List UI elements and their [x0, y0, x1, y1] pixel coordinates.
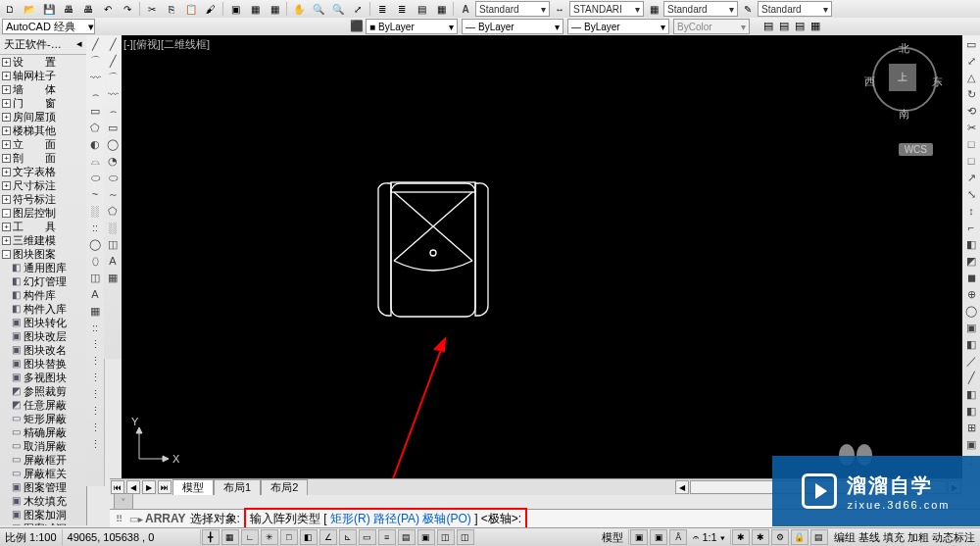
status-quickview2-icon[interactable]: ▣: [650, 529, 667, 545]
expand-icon[interactable]: +: [2, 126, 11, 135]
draw2-tool-9-icon[interactable]: ～: [105, 186, 121, 202]
collapse-icon[interactable]: -: [2, 250, 11, 259]
tab-nav-prev-icon[interactable]: ◀: [126, 480, 140, 494]
layer-icon[interactable]: ≣: [373, 0, 391, 18]
modify-tool-15-icon[interactable]: ⊕: [963, 286, 979, 302]
tree-item[interactable]: ▣多视图块: [0, 371, 86, 384]
cmd-opt-rect[interactable]: 矩形(R): [330, 512, 370, 525]
modify-tool-14-icon[interactable]: ◼: [963, 270, 979, 285]
tab-nav-first-icon[interactable]: ⏮: [111, 480, 124, 494]
draw1-tool-10-icon[interactable]: ░: [87, 203, 103, 219]
expand-icon[interactable]: +: [2, 85, 11, 94]
modify-tool-11-icon[interactable]: ⌐: [963, 220, 979, 235]
tree-item[interactable]: +文字表格: [0, 165, 86, 178]
match-icon[interactable]: 🖌: [202, 0, 220, 18]
tree-item[interactable]: +设 置: [0, 55, 86, 69]
modify-tool-8-icon[interactable]: ↗: [963, 170, 979, 185]
status-annoscale-value[interactable]: 𝄐 1:1 ▾: [688, 529, 730, 545]
paste-icon[interactable]: 📋: [182, 0, 200, 18]
modify-tool-0-icon[interactable]: ▭: [963, 36, 979, 52]
status-annovis-icon[interactable]: ✱: [732, 529, 750, 545]
status-snap-icon[interactable]: ╋: [202, 529, 220, 545]
tree-item[interactable]: ▣图案加洞: [0, 508, 86, 521]
modify-tool-3-icon[interactable]: ↻: [963, 86, 979, 102]
modify-tool-13-icon[interactable]: ◩: [963, 253, 979, 269]
status-ducs-icon[interactable]: ⊾: [339, 529, 357, 545]
draw1-tool-23-icon[interactable]: ⋮: [87, 420, 103, 435]
mleader-icon[interactable]: ✎: [739, 0, 757, 18]
expand-icon[interactable]: +: [2, 72, 11, 80]
expand-icon[interactable]: +: [2, 140, 11, 149]
saveas-icon[interactable]: 🖶: [60, 0, 77, 18]
tree-item[interactable]: +墙 体: [0, 82, 86, 96]
open-icon[interactable]: 📂: [21, 0, 38, 18]
draw2-tool-7-icon[interactable]: ◔: [105, 153, 121, 169]
tab-nav-last-icon[interactable]: ⏭: [158, 480, 172, 494]
workspace-combo[interactable]: AutoCAD 经典▾: [2, 19, 95, 34]
tablestyle-icon[interactable]: ▦: [645, 0, 662, 18]
draw2-tool-8-icon[interactable]: ⬭: [105, 170, 121, 185]
dimstyle-combo[interactable]: STANDARI▾: [569, 1, 644, 17]
draw2-tool-1-icon[interactable]: ╱: [105, 53, 121, 69]
tree-item[interactable]: ▭屏蔽框关: [0, 467, 86, 480]
wcs-badge[interactable]: WCS: [899, 143, 933, 156]
status-am-icon[interactable]: ◫: [457, 529, 474, 545]
draw2-tool-3-icon[interactable]: 〰: [105, 86, 121, 102]
expand-icon[interactable]: +: [2, 58, 11, 67]
modify-tool-12-icon[interactable]: ◧: [963, 236, 979, 252]
zoom-window-icon[interactable]: 🔍: [329, 0, 347, 18]
expand-icon[interactable]: +: [2, 113, 11, 122]
zoom-ext-icon[interactable]: ⤢: [349, 0, 367, 18]
tab-layout2[interactable]: 布局2: [261, 479, 308, 495]
linetype-combo[interactable]: — ByLayer▾: [462, 19, 564, 34]
modify-tool-6-icon[interactable]: □: [963, 136, 979, 152]
tree-item[interactable]: +门 窗: [0, 96, 86, 110]
draw2-tool-0-icon[interactable]: ╱: [105, 36, 121, 52]
tree-item[interactable]: +立 面: [0, 137, 86, 151]
tree-item[interactable]: ◩任意屏蔽: [0, 398, 86, 412]
draw1-tool-16-icon[interactable]: ▦: [87, 303, 103, 319]
cmd-input[interactable]: [531, 511, 574, 526]
cmd-opt-polar[interactable]: 极轴(PO): [422, 512, 470, 525]
tree-item[interactable]: ▭矩形屏蔽: [0, 412, 86, 425]
modify-tool-22-icon[interactable]: ◧: [963, 403, 979, 419]
refclip-icon[interactable]: ▤: [795, 20, 810, 33]
expand-icon[interactable]: +: [2, 168, 11, 176]
status-model[interactable]: 模型: [597, 529, 629, 545]
pan-icon[interactable]: ✋: [290, 0, 308, 18]
status-annoauto-icon[interactable]: ✱: [752, 529, 769, 545]
draw2-tool-5-icon[interactable]: ▭: [105, 120, 121, 135]
plotstyle-combo[interactable]: ByColor▾: [673, 19, 750, 34]
draw2-tool-2-icon[interactable]: ⌒: [105, 70, 121, 85]
zoom-icon[interactable]: 🔍: [310, 0, 327, 18]
status-grid-icon[interactable]: ▦: [221, 529, 239, 545]
draw1-tool-19-icon[interactable]: ⋮: [87, 353, 103, 369]
refother-icon[interactable]: ▦: [810, 20, 826, 33]
undo-icon[interactable]: ↶: [99, 0, 117, 18]
tree-item[interactable]: ▭屏蔽框开: [0, 453, 86, 467]
ungroup-icon[interactable]: ▦: [266, 0, 283, 18]
draw1-tool-14-icon[interactable]: ◫: [87, 270, 103, 285]
draw1-tool-4-icon[interactable]: ▭: [87, 103, 103, 119]
hscroll-left-icon[interactable]: ◀: [675, 480, 689, 494]
color-swatch-icon[interactable]: ⬛: [350, 20, 366, 33]
tree-item[interactable]: ▣图案管理: [0, 480, 86, 494]
modify-tool-21-icon[interactable]: ◧: [963, 386, 979, 402]
viewcube-face[interactable]: 上: [889, 64, 916, 91]
status-dyn-icon[interactable]: ▭: [359, 529, 376, 545]
tree-item[interactable]: ◧构件入库: [0, 302, 86, 316]
draw1-tool-7-icon[interactable]: ⌓: [87, 153, 103, 169]
dimstyle-icon[interactable]: ↔: [551, 0, 568, 18]
modify-tool-23-icon[interactable]: ⊞: [963, 420, 979, 435]
group-icon[interactable]: ▦: [246, 0, 264, 18]
modify-tool-24-icon[interactable]: ▣: [963, 436, 979, 452]
calc-icon[interactable]: ▦: [432, 0, 450, 18]
draw2-tool-10-icon[interactable]: ⬠: [105, 203, 121, 219]
status-scale[interactable]: 比例 1:100: [0, 529, 63, 545]
tab-layout1[interactable]: 布局1: [214, 479, 261, 495]
layer2-icon[interactable]: ≣: [393, 0, 411, 18]
status-annoscale-icon[interactable]: Å: [669, 529, 687, 545]
draw1-tool-22-icon[interactable]: ⋮: [87, 403, 103, 419]
status-otrack-icon[interactable]: ∠: [319, 529, 337, 545]
text-style-icon[interactable]: A: [457, 0, 474, 18]
